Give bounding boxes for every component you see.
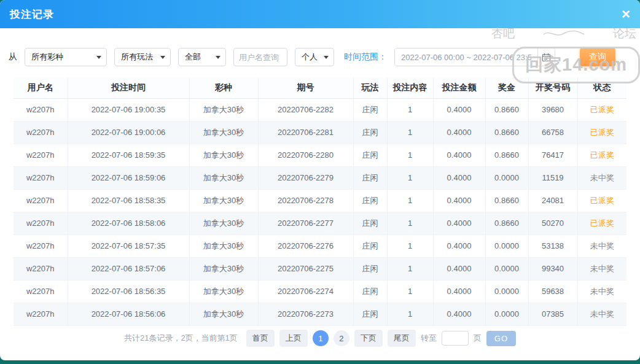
table-cell: 0.4000	[433, 121, 485, 144]
table-cell: w2207h	[14, 303, 68, 325]
table-cell: 0.8660	[485, 189, 528, 212]
column-header: 状态	[577, 77, 626, 98]
table-cell: 庄闲	[353, 303, 387, 325]
table-cell: 0.0000	[485, 166, 528, 189]
prev-page-button[interactable]: 上页	[279, 330, 308, 347]
chevron-down-icon	[324, 56, 329, 61]
table-cell: 1	[387, 121, 433, 144]
table-row: w2207h2022-07-06 18:56:06加拿大30秒20220706-…	[14, 303, 626, 325]
chevron-down-icon	[160, 56, 165, 61]
table-row: w2207h2022-07-06 18:59:35加拿大30秒20220706-…	[14, 144, 626, 166]
table-cell: 加拿大30秒	[189, 144, 258, 166]
lottery-type-select[interactable]: 所有彩种	[25, 48, 107, 66]
page-number-button[interactable]: 1	[313, 330, 329, 346]
chevron-down-icon	[216, 56, 220, 61]
table-cell: 加拿大30秒	[189, 212, 258, 234]
from-label: 从	[9, 52, 17, 63]
table-cell: 庄闲	[353, 257, 387, 280]
status-badge: 未中奖	[577, 257, 626, 280]
table-cell: 20220706-2281	[258, 121, 353, 144]
table-cell: 1	[387, 212, 433, 234]
table-cell: w2207h	[14, 144, 68, 166]
table-cell: 24081	[528, 189, 577, 212]
table-cell: 2022-07-06 18:58:35	[68, 189, 189, 212]
table-cell: 0.8660	[485, 98, 528, 121]
table-cell: 20220706-2276	[258, 234, 353, 257]
page-number-button[interactable]: 2	[334, 330, 349, 346]
page-title: 投注记录	[10, 7, 54, 21]
records-table: 用户名投注时间彩种期号玩法投注内容投注金额奖金开奖号码状态 w2207h2022…	[14, 77, 626, 326]
table-cell: 2022-07-06 18:57:06	[68, 257, 189, 280]
table-cell: 20220706-2273	[258, 303, 353, 325]
table-cell: 庄闲	[353, 189, 387, 212]
table-cell: 2022-07-06 18:56:35	[68, 280, 189, 303]
calendar-icon[interactable]	[537, 48, 555, 66]
table-cell: 0.8660	[485, 121, 528, 144]
table-cell: 2022-07-06 19:00:35	[68, 98, 189, 121]
table-cell: 1	[387, 189, 433, 212]
table-cell: w2207h	[14, 257, 68, 280]
status-filter-select[interactable]: 全部	[178, 48, 226, 66]
table-cell: 20220706-2282	[258, 98, 353, 121]
table-cell: 加拿大30秒	[189, 280, 258, 303]
status-badge: 未中奖	[577, 303, 626, 325]
next-page-button[interactable]: 下页	[354, 330, 383, 347]
table-header-row: 用户名投注时间彩种期号玩法投注内容投注金额奖金开奖号码状态	[14, 77, 626, 98]
page-numbers: 12	[313, 330, 349, 346]
table-cell: w2207h	[14, 189, 68, 212]
table-cell: 0.4000	[433, 144, 485, 166]
table-cell: 50270	[528, 212, 577, 234]
first-page-button[interactable]: 首页	[246, 330, 275, 347]
table-cell: 0.4000	[433, 257, 485, 280]
table-cell: w2207h	[14, 166, 68, 189]
table-cell: 庄闲	[353, 121, 387, 144]
table-cell: 20220706-2274	[258, 280, 353, 303]
table-cell: 1	[387, 257, 433, 280]
table-cell: 0.0000	[485, 257, 528, 280]
date-range-group	[394, 48, 555, 66]
status-badge: 未中奖	[577, 234, 626, 257]
goto-label: 转至	[421, 333, 437, 344]
status-badge: 未中奖	[577, 166, 626, 189]
table-cell: 53138	[528, 234, 577, 257]
table-cell: 2022-07-06 19:00:06	[68, 121, 189, 144]
go-button[interactable]: GO	[486, 331, 516, 346]
table-row: w2207h2022-07-06 18:57:06加拿大30秒20220706-…	[14, 257, 626, 280]
table-row: w2207h2022-07-06 18:56:35加拿大30秒20220706-…	[14, 280, 626, 303]
table-cell: 加拿大30秒	[189, 234, 258, 257]
table-cell: 1	[387, 98, 433, 121]
column-header: 奖金	[485, 77, 528, 98]
lottery-type-value: 所有彩种	[31, 52, 63, 63]
status-badge: 已派奖	[577, 212, 626, 234]
column-header: 投注金额	[433, 77, 485, 98]
date-range-input[interactable]	[395, 48, 537, 66]
status-filter-value: 全部	[185, 52, 201, 63]
status-badge: 已派奖	[577, 189, 626, 212]
scope-select[interactable]: 个人	[295, 48, 334, 66]
table-cell: 2022-07-06 18:58:06	[68, 212, 189, 234]
pagination-bar: 共计21条记录，2页，当前第1页 首页 上页 12 下页 尾页 转至 页 GO	[0, 330, 640, 347]
play-type-select[interactable]: 所有玩法	[114, 48, 171, 66]
status-badge: 已派奖	[577, 98, 626, 121]
table-cell: 庄闲	[353, 98, 387, 121]
table-cell: 0.4000	[433, 280, 485, 303]
table-cell: 0.4000	[433, 189, 485, 212]
table-cell: 庄闲	[353, 212, 387, 234]
column-header: 玩法	[353, 77, 387, 98]
modal-header: 投注记录 ×	[0, 0, 640, 28]
query-button[interactable]: 查询	[580, 48, 615, 66]
goto-page-input[interactable]	[442, 331, 469, 346]
table-cell: 加拿大30秒	[189, 98, 258, 121]
table-cell: 39680	[528, 98, 577, 121]
table-cell: 加拿大30秒	[189, 121, 258, 144]
records-summary: 共计21条记录，2页，当前第1页	[124, 333, 238, 344]
close-icon[interactable]: ×	[622, 7, 630, 21]
time-range-label: 时间范围：	[344, 52, 387, 63]
table-cell: 20220706-2277	[258, 212, 353, 234]
last-page-button[interactable]: 尾页	[388, 330, 416, 347]
table-row: w2207h2022-07-06 18:57:35加拿大30秒20220706-…	[14, 234, 626, 257]
table-cell: 0.0000	[485, 303, 528, 325]
username-search-input[interactable]	[233, 48, 287, 66]
table-cell: 1	[387, 144, 433, 166]
column-header: 投注内容	[387, 77, 433, 98]
